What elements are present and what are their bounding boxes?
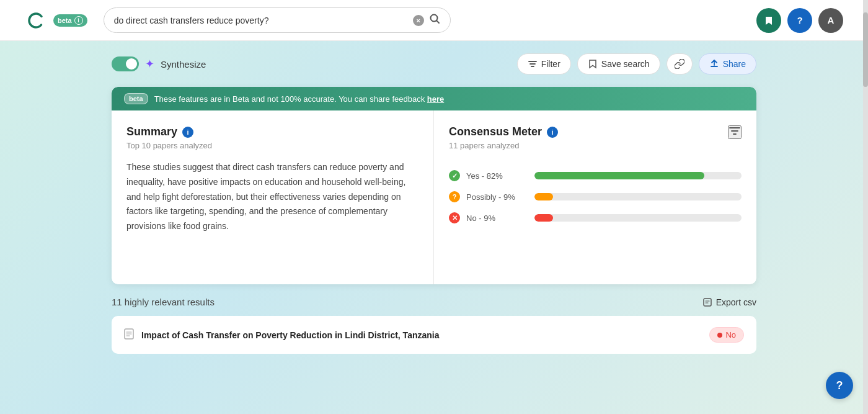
bottom-help-button[interactable]: ? (826, 372, 853, 399)
avatar-button[interactable]: A (818, 8, 843, 33)
summary-info-icon[interactable]: i (182, 127, 193, 138)
meter-label-yes: Yes - 82% (466, 171, 528, 181)
summary-card: Summary i Top 10 papers analyzed These s… (112, 110, 434, 284)
logo-area: beta i (25, 9, 87, 32)
beta-badge: beta i (53, 14, 87, 27)
svg-line-1 (436, 21, 439, 24)
results-count: 11 highly relevant results (112, 297, 215, 307)
meter-bar-no (534, 214, 742, 222)
result-item: Impact of Cash Transfer on Poverty Reduc… (112, 316, 756, 354)
beta-banner-text: These features are in Beta and not 100% … (154, 94, 445, 104)
scrollbar-thumb[interactable] (863, 12, 868, 87)
summary-subtitle: Top 10 papers analyzed (126, 141, 418, 150)
beta-banner-tag: beta (124, 93, 148, 104)
consensus-info-icon[interactable]: i (547, 127, 558, 138)
summary-title: Summary i (126, 125, 418, 138)
result-item-left: Impact of Cash Transfer on Poverty Reduc… (124, 328, 439, 342)
bookmark-button[interactable] (756, 8, 781, 33)
consensus-card: Consensus Meter i 11 papers analyzed ✓ Y… (434, 110, 756, 284)
cards-container: Summary i Top 10 papers analyzed These s… (112, 110, 756, 284)
svg-rect-2 (704, 299, 711, 306)
header: beta i × ? A (0, 0, 868, 41)
meter-fill-no (534, 214, 553, 222)
sparkle-icon: ✦ (145, 57, 154, 71)
no-dot (717, 333, 722, 338)
clear-search-button[interactable]: × (413, 15, 424, 26)
scrollbar[interactable] (863, 0, 868, 414)
meter-bar-possibly (534, 193, 742, 200)
meter-row-no: ✕ No - 9% (449, 212, 742, 223)
synthesize-toggle: ✦ Synthesize (112, 56, 206, 71)
link-button[interactable] (666, 53, 693, 74)
logo (25, 9, 47, 32)
synthesize-label: Synthesize (161, 59, 206, 70)
meter-dot-yes: ✓ (449, 170, 460, 181)
help-button[interactable]: ? (787, 8, 812, 33)
no-badge: No (709, 327, 744, 343)
beta-banner: beta These features are in Beta and not … (112, 87, 756, 110)
toolbar-right: Filter Save search Share (517, 53, 756, 74)
search-input[interactable] (114, 16, 408, 25)
meter-row-possibly: ? Possibly - 9% (449, 191, 742, 202)
result-title[interactable]: Impact of Cash Transfer on Poverty Reduc… (141, 330, 439, 340)
beta-info-icon[interactable]: i (74, 16, 83, 25)
meter-label-possibly: Possibly - 9% (466, 192, 528, 202)
meter-fill-possibly (534, 193, 553, 200)
results-header: 11 highly relevant results Export csv (112, 297, 756, 307)
consensus-subtitle: 11 papers analyzed (449, 141, 558, 150)
header-icons: ? A (756, 8, 843, 33)
save-search-button[interactable]: Save search (577, 53, 660, 74)
toolbar: ✦ Synthesize Filter Save search Share (112, 53, 756, 74)
main-content: ✦ Synthesize Filter Save search Share be… (0, 41, 868, 366)
meter-row-yes: ✓ Yes - 82% (449, 170, 742, 181)
meter-dot-no: ✕ (449, 212, 460, 223)
meter-bar-yes (534, 172, 742, 179)
consensus-title: Consensus Meter i (449, 125, 558, 138)
summary-text: These studies suggest that direct cash t… (126, 160, 418, 234)
consensus-header: Consensus Meter i 11 papers analyzed (449, 125, 742, 160)
meter-dot-possibly: ? (449, 191, 460, 202)
synthesize-toggle-switch[interactable] (112, 56, 139, 71)
filter-button[interactable]: Filter (517, 53, 571, 74)
consensus-filter-button[interactable] (728, 125, 742, 139)
results-section: 11 highly relevant results Export csv Im… (112, 297, 756, 354)
export-csv-button[interactable]: Export csv (702, 297, 756, 307)
search-bar[interactable]: × (104, 7, 451, 33)
meter-fill-yes (534, 172, 704, 179)
document-icon (124, 328, 134, 342)
share-button[interactable]: Share (699, 53, 756, 74)
search-button[interactable] (429, 13, 440, 27)
beta-label: beta (58, 17, 72, 24)
beta-feedback-link[interactable]: here (427, 94, 444, 104)
meter-rows: ✓ Yes - 82% ? Possibly - 9% (449, 170, 742, 223)
meter-label-no: No - 9% (466, 214, 528, 223)
